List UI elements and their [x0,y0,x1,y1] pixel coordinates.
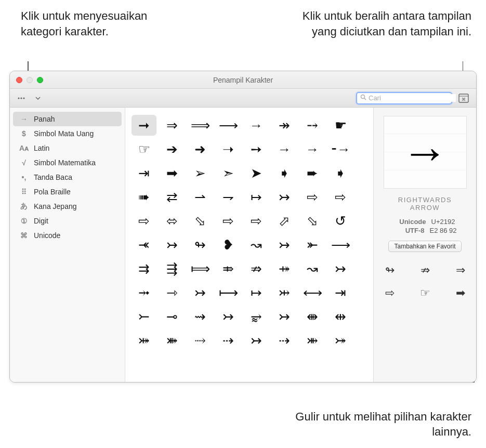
character-cell[interactable]: ⟶ [328,234,353,255]
character-cell[interactable]: ⬂ [300,210,325,231]
character-cell[interactable]: ⤀ [272,258,297,279]
character-cell[interactable]: ⤔ [272,282,297,303]
character-cell[interactable]: ⤚ [132,306,156,327]
character-cell[interactable]: ↦ [244,187,269,207]
character-cell[interactable]: ❥ [216,234,241,255]
character-cell[interactable]: ➜ [188,139,213,160]
character-cell[interactable]: ⇄ [160,187,185,207]
collapse-view-button[interactable]: ⌘ [456,92,471,104]
character-cell[interactable]: ⤞ [132,282,156,303]
character-cell[interactable]: ⬄ [160,210,185,231]
search-field[interactable] [356,92,452,104]
character-cell[interactable]: ⇢ [272,330,297,351]
character-cell[interactable]: ⁃→ [328,139,353,160]
character-cell[interactable]: ⇥ [132,163,156,183]
character-cell[interactable]: ➠ [132,187,156,207]
character-cell[interactable]: ↣ [328,258,353,279]
character-cell[interactable]: ⇝ [188,306,213,327]
character-cell[interactable]: ↺ [328,210,353,231]
character-cell[interactable]: ⤖ [328,330,353,351]
character-cell[interactable]: ⇶ [160,258,185,279]
character-cell[interactable]: ➧ [272,163,297,183]
character-cell[interactable]: ↠ [272,115,297,136]
character-cell[interactable]: ⤗ [132,330,156,351]
character-cell[interactable]: ⟶ [216,115,241,136]
character-cell[interactable]: ➞ [132,115,156,136]
character-cell[interactable]: ➨ [300,163,325,183]
font-variant[interactable]: ⇏ [412,261,438,279]
sidebar-item-simbol-mata-uang[interactable]: $Simbol Mata Uang [10,126,125,141]
character-cell[interactable]: ⇨ [300,187,325,207]
character-cell[interactable]: ⇀ [188,187,213,207]
character-cell[interactable]: ↣ [272,187,297,207]
character-cell[interactable]: ⟼ [216,282,241,303]
font-variant[interactable]: ⇒ [448,261,471,279]
character-cell[interactable]: ⇨ [328,187,353,207]
character-cell[interactable]: ☛ [328,115,353,136]
font-variant[interactable]: ☞ [412,284,438,302]
character-cell[interactable]: ⇨ [216,210,241,231]
font-variant[interactable]: ➡ [448,284,471,302]
sidebar-item-digit[interactable]: ①Digit [10,214,125,228]
character-cell[interactable]: ➢ [188,163,213,183]
font-variant[interactable]: ↬ [379,261,403,279]
character-cell[interactable]: ⟷ [300,282,325,303]
character-cell[interactable]: ↣ [216,306,241,327]
character-cell[interactable]: ↣ [272,306,297,327]
character-cell[interactable]: ⇁ [216,187,241,207]
character-cell[interactable]: → [244,115,269,136]
character-cell[interactable]: ↦ [244,282,269,303]
character-cell[interactable]: ⤘ [160,330,185,351]
character-cell[interactable]: ↣ [272,234,297,255]
character-cell[interactable]: ⇢ [216,330,241,351]
settings-icon[interactable] [15,93,28,104]
add-to-favorites-button[interactable]: Tambahkan ke Favorit [388,241,461,252]
character-cell[interactable]: ⤃ [216,258,241,279]
character-cell[interactable]: ⤑ [188,330,213,351]
character-cell[interactable]: ➣ [216,163,241,183]
character-cell[interactable]: ↬ [188,234,213,255]
character-cell[interactable]: ↝ [300,258,325,279]
sidebar-item-latin[interactable]: AᴀLatin [10,141,125,155]
sidebar-item-panah[interactable]: →Panah [13,112,122,126]
character-cell[interactable]: ⤍ [300,115,325,136]
character-cell[interactable]: ⟹ [188,115,213,136]
character-cell[interactable]: ➤ [244,163,269,183]
character-cell[interactable]: ➔ [160,139,185,160]
sidebar-item-unicode[interactable]: ⌘Unicode [10,228,125,243]
sidebar-item-tanda-baca[interactable]: •,Tanda Baca [10,170,125,185]
character-cell[interactable]: ➝ [216,139,241,160]
character-cell[interactable]: ↝ [244,234,269,255]
character-cell[interactable]: ↣ [160,234,185,255]
character-cell[interactable]: ⬂ [188,210,213,231]
character-cell[interactable]: ⇾ [160,282,185,303]
character-cell[interactable]: ⤜ [300,234,325,255]
character-cell[interactable]: ⊸ [160,306,185,327]
character-cell[interactable]: ➙ [244,139,269,160]
character-cell[interactable]: ↣ [188,282,213,303]
search-input[interactable] [369,94,456,102]
character-cell[interactable]: ⇼ [300,306,325,327]
character-cell[interactable]: ⇨ [132,210,156,231]
sidebar-item-simbol-matematika[interactable]: √Simbol Matematika [10,155,125,170]
character-cell[interactable]: ⤛ [132,234,156,255]
character-cell[interactable]: ↣ [244,330,269,351]
character-cell[interactable]: ➡ [160,163,185,183]
character-cell[interactable]: ⬀ [272,210,297,231]
sidebar-item-kana-jepang[interactable]: あKana Jepang [10,199,125,214]
character-cell[interactable]: → [300,139,325,160]
sidebar-item-pola-braille[interactable]: ⠿Pola Braille [10,185,125,199]
character-cell[interactable]: ⇒ [160,115,185,136]
character-cell[interactable]: ⥵ [244,306,269,327]
character-cell[interactable]: ⤕ [300,330,325,351]
character-cell[interactable]: → [272,139,297,160]
character-cell[interactable]: ⇨ [244,210,269,231]
character-cell[interactable]: ☞ [132,139,156,160]
character-cell[interactable]: ⇥ [328,282,353,303]
character-cell[interactable]: ⇉ [132,258,156,279]
font-variant[interactable]: ⇨ [379,284,403,302]
character-cell[interactable]: ⇹ [328,306,353,327]
character-cell[interactable]: ⇏ [244,258,269,279]
character-cell[interactable]: ➧ [328,163,353,183]
dropdown-icon[interactable] [32,93,44,104]
